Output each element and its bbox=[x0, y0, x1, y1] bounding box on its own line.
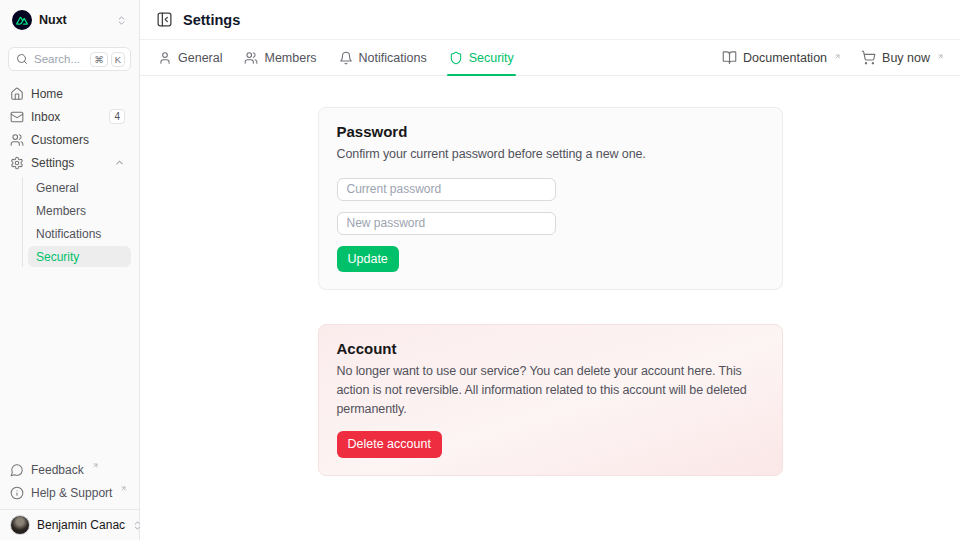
current-password-field[interactable] bbox=[337, 178, 556, 201]
home-icon bbox=[10, 87, 24, 101]
user-name: Benjamin Canac bbox=[37, 518, 125, 532]
update-button[interactable]: Update bbox=[337, 246, 399, 272]
sidebar-item-label: Home bbox=[31, 87, 125, 101]
info-circle-icon bbox=[10, 486, 24, 500]
chevrons-up-down-icon bbox=[116, 15, 127, 26]
sidebar-item-label: Customers bbox=[31, 133, 125, 147]
main-panel: Settings General Members Notifications bbox=[140, 0, 960, 540]
inbox-icon bbox=[10, 110, 24, 124]
help-support-label: Help & Support bbox=[31, 486, 112, 500]
documentation-label: Documentation bbox=[743, 51, 827, 65]
tab-label: General bbox=[178, 51, 222, 65]
sidebar-item-notifications[interactable]: Notifications bbox=[28, 223, 131, 244]
sidebar: Nuxt Search... ⌘ K Home Inbox 4 bbox=[0, 0, 140, 540]
buy-now-label: Buy now bbox=[882, 51, 930, 65]
password-card-description: Confirm your current password before set… bbox=[337, 145, 764, 164]
password-card-title: Password bbox=[337, 123, 764, 140]
search-icon bbox=[16, 53, 28, 65]
inbox-count-badge: 4 bbox=[109, 109, 125, 124]
tab-general[interactable]: General bbox=[156, 40, 224, 75]
cart-icon bbox=[861, 50, 876, 65]
sidebar-item-label: Security bbox=[36, 250, 79, 264]
chevron-up-icon bbox=[114, 157, 125, 168]
shield-icon bbox=[449, 51, 463, 65]
sidebar-item-home[interactable]: Home bbox=[8, 83, 131, 104]
settings-tabs: General Members Notifications Security bbox=[156, 40, 516, 75]
user-icon bbox=[158, 51, 172, 65]
sidebar-item-label: Settings bbox=[31, 156, 107, 170]
sidebar-footer: Feedback Help & Support bbox=[8, 459, 131, 509]
gear-icon bbox=[10, 156, 24, 170]
tab-label: Members bbox=[264, 51, 316, 65]
settings-content: Password Confirm your current password b… bbox=[140, 76, 960, 540]
nuxt-logo-icon bbox=[12, 10, 32, 30]
workspace-name: Nuxt bbox=[39, 13, 109, 27]
tabs-bar: General Members Notifications Security bbox=[140, 40, 960, 76]
workspace-switcher[interactable]: Nuxt bbox=[8, 0, 131, 40]
kbd-k: K bbox=[111, 52, 125, 67]
sidebar-item-label: Members bbox=[36, 204, 86, 218]
tab-label: Notifications bbox=[359, 51, 427, 65]
account-card-title: Account bbox=[337, 340, 764, 357]
feedback-link[interactable]: Feedback bbox=[8, 459, 131, 480]
documentation-link[interactable]: Documentation bbox=[722, 50, 841, 65]
book-open-icon bbox=[722, 50, 737, 65]
page-header: Settings bbox=[140, 0, 960, 40]
search-input[interactable]: Search... ⌘ K bbox=[8, 47, 131, 71]
users-icon bbox=[10, 133, 24, 147]
sidebar-item-inbox[interactable]: Inbox 4 bbox=[8, 106, 131, 127]
header-actions: Documentation Buy now bbox=[722, 50, 944, 65]
help-support-link[interactable]: Help & Support bbox=[8, 482, 131, 503]
sidebar-item-label: Inbox bbox=[31, 110, 102, 124]
account-card-description: No longer want to use our service? You c… bbox=[337, 362, 764, 418]
sidebar-item-members[interactable]: Members bbox=[28, 200, 131, 221]
tab-members[interactable]: Members bbox=[242, 40, 318, 75]
external-link-icon bbox=[937, 53, 944, 60]
sidebar-nav: Home Inbox 4 Customers Settings bbox=[8, 83, 131, 267]
external-link-icon bbox=[92, 462, 99, 469]
sidebar-item-settings[interactable]: Settings bbox=[8, 152, 131, 173]
password-card: Password Confirm your current password b… bbox=[318, 107, 783, 290]
page-title: Settings bbox=[183, 12, 240, 28]
new-password-field[interactable] bbox=[337, 212, 556, 235]
sidebar-item-label: General bbox=[36, 181, 79, 195]
avatar bbox=[10, 515, 30, 535]
user-menu[interactable]: Benjamin Canac bbox=[0, 509, 139, 540]
password-form: Update bbox=[337, 178, 764, 272]
feedback-label: Feedback bbox=[31, 463, 84, 477]
tab-label: Security bbox=[469, 51, 514, 65]
tab-security[interactable]: Security bbox=[447, 40, 516, 75]
account-card: Account No longer want to use our servic… bbox=[318, 324, 783, 476]
bell-icon bbox=[339, 51, 353, 65]
sidebar-item-security[interactable]: Security bbox=[28, 246, 131, 267]
sidebar-item-general[interactable]: General bbox=[28, 177, 131, 198]
collapse-sidebar-icon[interactable] bbox=[156, 11, 173, 28]
search-placeholder: Search... bbox=[34, 53, 84, 65]
settings-subnav: General Members Notifications Security bbox=[22, 177, 131, 267]
users-icon bbox=[244, 51, 258, 65]
kbd-cmd: ⌘ bbox=[90, 52, 108, 67]
buy-now-link[interactable]: Buy now bbox=[861, 50, 944, 65]
chat-bubble-icon bbox=[10, 463, 24, 477]
external-link-icon bbox=[120, 485, 127, 492]
sidebar-item-label: Notifications bbox=[36, 227, 101, 241]
delete-account-button[interactable]: Delete account bbox=[337, 431, 442, 457]
tab-notifications[interactable]: Notifications bbox=[337, 40, 429, 75]
sidebar-spacer bbox=[8, 267, 131, 459]
sidebar-item-customers[interactable]: Customers bbox=[8, 129, 131, 150]
external-link-icon bbox=[834, 53, 841, 60]
